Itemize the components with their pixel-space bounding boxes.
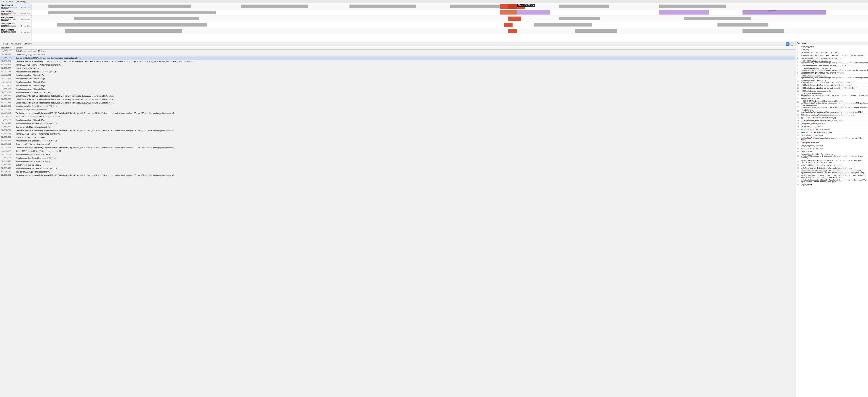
backtrace-row-22[interactable]: 22 _dispatch_client_callout (796, 122, 868, 125)
backtrace-row-29[interactable]: 29 _objc_msgSend_uncached (796, 144, 868, 147)
narrative-row-3[interactable]: 32,666,284 The thread was made runnable … (0, 60, 795, 63)
thread-sidebar-row-0[interactable]: Main Thread Thread 0x12d6b4 Thread State (0, 3, 32, 9)
backtrace-row-15[interactable]: 15 normalizeQuintuplet (796, 97, 868, 100)
backtrace-row-35[interactable]: 35 dyld3::entry_runInitializersBottomUp(… (796, 167, 868, 170)
narrative-row-33[interactable]: 32,668,429 Called 'kevent_qos' for 4.92 … (0, 164, 795, 167)
narrative-row-7[interactable]: 32,666,711 Virtual memory Zero Fill took… (0, 74, 795, 77)
narrative-row-5[interactable]: 32,666,577 Called 'kevent_id' for 8.42 μ… (0, 67, 795, 70)
narrative-text-17: Ran for 424.29 μs starting at priority 4… (14, 108, 795, 112)
backtrace-row-28[interactable]: 28 lookUpImpOrForward (796, 141, 868, 144)
backtrace-row-31[interactable]: 31 load_images (796, 150, 868, 153)
narrative-text-16: Virtual memory File Backed Page In took … (14, 105, 795, 108)
narrative-row-26[interactable]: 32,667,922 Virtual memory File Backed Pa… (0, 139, 795, 143)
backtrace-row-9[interactable]: 9 -[CFPrefsSearchListSource synchronousl… (796, 75, 868, 79)
timeline-row-wq2[interactable] (32, 16, 868, 22)
backtrace-row-3[interactable]: 3 dispatch_mach_send_with_result_and_wai… (796, 54, 868, 57)
narrative-row-15[interactable]: 32,666,887 Called 'madvise' for 1.38 μs,… (0, 101, 795, 105)
narrative-row-30[interactable]: 32,668,335 Virtual memory Copy On Write … (0, 153, 795, 157)
narrative-text-25: Called 'workq_kernreturn' for 3.96 μs. (14, 136, 795, 139)
narrative-row-36[interactable]: 32,668,801 The thread was made runnable … (0, 174, 795, 177)
narrative-row-31[interactable]: 32,668,394 Virtual memory File Backed Pa… (0, 157, 795, 160)
backtrace-row-27[interactable]: 27 initializeAndMaybeRelock(objc_class*,… (796, 137, 868, 141)
export-icon-btn[interactable]: ↑ (790, 42, 794, 46)
narrative-row-27[interactable]: 32,667,951 Blocked for 401.29 μs startin… (0, 143, 795, 146)
backtrace-row-10[interactable]: 10 -[CFPrefsSearchListSource alreadylock… (796, 79, 868, 84)
narrative-row-6[interactable]: 32,666,530 Virtual memory File Backed Pa… (0, 70, 795, 74)
thread-sidebar-row-3[interactable]: start_wqthread Thread 0x12700 Thread Sta… (0, 22, 32, 28)
backtrace-row-37[interactable]: 37 dyld::_main(macho_header const*, unsi… (796, 174, 868, 179)
backtrace-row-0[interactable]: 0 mach_msg_trap (796, 45, 868, 48)
narrative-row-13[interactable]: 32,666,870 Called 'madvise' for 3.25 μs,… (0, 94, 795, 98)
backtrace-row-7[interactable]: 7 __104-[CFPrefsSearchListSource synchro… (796, 67, 868, 72)
timeline-area[interactable]: Blocked (51.36 ms) (32, 3, 868, 41)
narrative-row-4[interactable]: 32,666,302 Ran for 630.79 μs on CPU 4 (P… (0, 63, 795, 67)
narrative-row-1[interactable]: 32,614,910 Called 'mach_msg_trap' for 51… (0, 53, 795, 56)
backtrace-row-1[interactable]: 1 mach_msg (796, 48, 868, 51)
narrative-row-18[interactable]: 32,667,361 The thread was made runnable … (0, 112, 795, 115)
backtrace-row-23[interactable]: 23 _dispatch_once_callout (796, 125, 868, 128)
thread-sidebar-row-4[interactable]: start_wqthread Thread 0x12701 Thread Sta… (0, 28, 32, 34)
narrative-row-28[interactable]: 32,668,357 The thread was made runnable … (0, 146, 795, 150)
narrative-row-8[interactable]: 32,666,737 Virtual memory Zero Fill took… (0, 77, 795, 81)
backtrace-row-11[interactable]: 11 -[CFPrefsSearchListSource alreadylock… (796, 84, 868, 87)
narrative-row-24[interactable]: 32,667,951 Ran for 68.96 μs on CPU 4 (Pe… (0, 133, 795, 136)
timeline-row-wq1[interactable]: Preempted (32, 9, 868, 16)
backtrace-row-36[interactable]: 36 dyld3::launchWithClosure(dyld3::closu… (796, 170, 868, 174)
backtrace-row-18[interactable]: 18 -[_CFXPreferences copyAppValueForKey:… (796, 109, 868, 114)
backtrace-row-38[interactable]: 38 dyldbootstrap::start(dyld3::MachOLoad… (796, 179, 868, 183)
narrative-row-23[interactable]: 32,667,877 The thread was made runnable … (0, 129, 795, 133)
narrative-row-19[interactable]: 32,667,368 Ran for 75.25 μs on CPU 4 (Pe… (0, 115, 795, 119)
backtrace-row-5[interactable]: 5 __104-[CFPrefsSearchListSource synchro… (796, 60, 868, 64)
backtrace-row-26[interactable]: 26 initializeNonMetaClass (796, 134, 868, 137)
narrative-row-25[interactable]: 32,667,931 Called 'workq_kernreturn' for… (0, 136, 795, 139)
backtrace-row-32[interactable]: 32 invocation function for block in dyld… (796, 153, 868, 159)
backtrace-row-24[interactable]: 24 b+[APMAnalytics initialize] (796, 128, 868, 131)
backtrace-row-17[interactable]: 17 -[CFXPreferences withSearchListForIde… (796, 105, 868, 109)
narrative-row-2[interactable]: 32,614,922 Blocked for 51.36 ms (99.9% o… (0, 56, 795, 60)
narrative-row-16[interactable]: 32,666,893 Virtual memory File Backed Pa… (0, 105, 795, 108)
narrative-row-0[interactable]: 32,614,897 Called 'mach_msg_trap' for 12… (0, 50, 795, 53)
timeline-row-main[interactable] (32, 3, 868, 9)
narrative-row-34[interactable]: 32,668,445 Virtual memory File Backed Pa… (0, 167, 795, 170)
backtrace-content[interactable]: 0 mach_msg_trap1 mach_msg2 _dispatch_mac… (796, 45, 868, 397)
narrative-row-35[interactable]: 32,668,459 Blocked for 331.71 μs startin… (0, 170, 795, 174)
breadcrumb-thread[interactable]: Thread (1, 43, 8, 45)
thread-sidebar-row-1[interactable]: start_wqthread Thread 0x126fd Thread Sta… (0, 9, 32, 16)
backtrace-row-4[interactable]: 4 xpc_connection_send_message_with_reply… (796, 57, 868, 60)
backtrace-row-2[interactable]: 2 _dispatch_mach_send_and_wait_for_reply (796, 51, 868, 54)
backtrace-row-16[interactable]: 16 __108-[_CFXPreferences(SearchListAddi… (796, 100, 868, 105)
backtrace-row-39[interactable]: 39 _dyld_start (796, 183, 868, 186)
narrative-row-11[interactable]: 32,666,776 Virtual memory Zero Fill took… (0, 88, 795, 91)
narrative-row-20[interactable]: 32,667,399 Virtual memory Zero Fill took… (0, 119, 795, 122)
backtrace-row-13[interactable]: 13 -[CFPrefsSource copyValueForKey:] (796, 89, 868, 92)
backtrace-row-33[interactable]: 33 dyld3::closure::Image::forEachInitial… (796, 159, 868, 164)
thread-info-1: Thread 0x126fd Thread State (1, 13, 30, 15)
narrative-row-29[interactable]: 32,668,357 Ran for 116.71 μs on CPU 4 (P… (0, 150, 795, 153)
backtrace-row-25[interactable]: 25 CALLING_SOME_+initialize_METHOD (796, 131, 868, 134)
timeline-row-wq3[interactable] (32, 22, 868, 28)
backtrace-row-34[interactable]: 34 dyld3::AllImages::runStartupInitializ… (796, 164, 868, 167)
backtrace-row-8[interactable]: 8 CFPREFERENCES_IS_WAITING_FOR_SYSTEM_CF… (796, 72, 868, 75)
thread-sidebar-row-2[interactable]: start_wqthread Thread 0x126f1 Thread Sta… (0, 16, 32, 22)
breadcrumb-address[interactable]: (0x12d6b4) (11, 43, 21, 45)
narrative-text-15: Called 'madvise' for 1.38 μs, told the k… (14, 101, 795, 105)
narrative-row-10[interactable]: 32,666,765 Virtual memory Zero Fill took… (0, 84, 795, 88)
narrative-content[interactable]: 32,614,897 Called 'mach_msg_trap' for 12… (0, 50, 795, 397)
copy-icon-btn[interactable]: ⎘ (786, 42, 789, 46)
backtrace-row-19[interactable]: 19 CFPreferencesCopyAppValueWithContaine… (796, 114, 868, 116)
backtrace-row-30[interactable]: 30 b+[APMAnalytics load] (796, 147, 868, 150)
backtrace-row-12[interactable]: 12 -[CFPrefsSearchListSource alreadylock… (796, 87, 868, 89)
timeline-row-wq4[interactable] (32, 28, 868, 34)
narrative-row-32[interactable]: 32,668,418 Virtual memory Copy On Write … (0, 160, 795, 164)
backtrace-row-6[interactable]: 6 -[CFXPreferences withConnectionForRole… (796, 64, 868, 67)
narrative-row-14[interactable]: 32,666,879 Called 'madvise' for 1.67 μs,… (0, 98, 795, 101)
backtrace-row-14[interactable]: 14 __76-[_CFXPreferences copyAppValueFor… (796, 92, 868, 97)
narrative-row-22[interactable]: 32,667,440 Blocked for 433.38 μs startin… (0, 125, 795, 129)
narrative-row-21[interactable]: 32,667,411 Virtual memory File Backed Pa… (0, 122, 795, 125)
narrative-row-17[interactable]: 32,666,936 Ran for 424.29 μs starting at… (0, 108, 795, 112)
backtrace-row-21[interactable]: 21 __26+[APMAnalytics initialize]_block_… (796, 119, 868, 122)
narrative-text-24: Ran for 68.96 μs on CPU 4 (Performance) … (14, 133, 795, 136)
backtrace-row-20[interactable]: 20 b-[APMUserDefaults objectForKey:] (796, 116, 868, 119)
narrative-row-9[interactable]: 32,666,752 Virtual memory Zero Fill took… (0, 81, 795, 84)
narrative-row-12[interactable]: 32,666,823 Virtual memory Page Cache Hit… (0, 91, 795, 94)
